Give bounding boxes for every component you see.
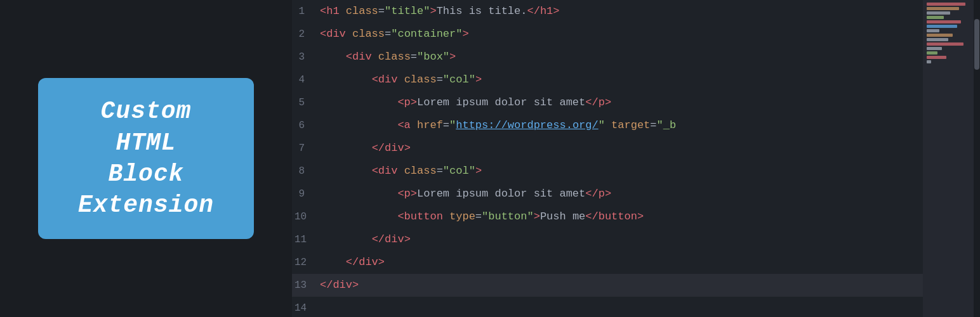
code-token-text: Push me	[540, 210, 585, 223]
scrollbar-thumb[interactable]	[974, 19, 979, 70]
line-number: 9	[295, 183, 320, 205]
code-token-text	[605, 119, 611, 131]
code-token-text: This is title.	[437, 5, 527, 17]
code-line: 10 <button type="button">Push me</button…	[292, 205, 923, 228]
code-token-tag: </div>	[372, 142, 411, 154]
line-number: 6	[295, 114, 320, 137]
code-token-val: "col"	[443, 165, 475, 177]
code-token-attr: target	[611, 119, 650, 131]
code-token-attr: class	[352, 28, 385, 40]
code-line: 7 </div>	[292, 137, 923, 160]
code-token-tag: >	[534, 210, 540, 223]
code-token-val: "button"	[482, 210, 534, 223]
line-number: 2	[295, 23, 320, 46]
line-content: <p>Lorem ipsum dolor sit amet</p>	[320, 91, 611, 114]
code-token-tag: <a	[397, 119, 417, 131]
minimap-row	[927, 56, 946, 59]
code-line: 12 </div>	[292, 251, 923, 274]
code-token-text: Lorem ipsum dolor sit amet	[417, 188, 585, 200]
code-token-tag: >	[449, 51, 456, 63]
code-token-attr: class	[404, 165, 437, 177]
minimap-row	[927, 47, 942, 50]
code-token-tag: >	[475, 165, 482, 177]
code-token-punct: =	[650, 119, 656, 131]
code-line: 2<div class="container">	[292, 23, 923, 46]
line-number: 7	[295, 137, 320, 160]
minimap-row	[927, 51, 937, 55]
code-token-val: "	[599, 119, 605, 131]
minimap-row	[927, 7, 959, 10]
code-token-tag: >	[430, 5, 436, 17]
line-content: <div class="col">	[320, 68, 482, 91]
code-token-indent	[320, 68, 372, 91]
minimap-row	[927, 11, 950, 15]
code-token-indent	[320, 114, 397, 137]
code-token-val: "container"	[391, 28, 462, 40]
code-token-tag: </p>	[585, 188, 611, 200]
code-token-val: "col"	[443, 74, 475, 86]
code-line: 11 </div>	[292, 228, 923, 251]
line-content: <div class="container">	[320, 23, 469, 46]
line-number: 8	[295, 160, 320, 183]
code-token-tag: <h1	[320, 5, 346, 17]
code-token-indent	[320, 205, 397, 228]
plugin-title: CustomHTMLBlockExtension	[58, 96, 234, 221]
code-token-tag: </div>	[346, 256, 385, 268]
code-token-tag: <p>	[397, 96, 417, 108]
minimap	[923, 0, 974, 317]
code-token-attr: type	[449, 210, 475, 223]
code-token-punct: =	[443, 119, 449, 131]
line-content: </div>	[320, 137, 411, 160]
line-content: <button type="button">Push me</button>	[320, 205, 644, 228]
code-token-tag: >	[475, 74, 482, 86]
code-line: 13</div>	[292, 274, 923, 297]
code-token-tag: </div>	[372, 233, 411, 245]
code-token-tag: <div	[372, 165, 404, 177]
line-content: <h1 class="title">This is title.</h1>	[320, 0, 560, 23]
code-token-val: "	[449, 119, 456, 131]
line-content: <a href="https://wordpress.org/" target=…	[320, 114, 676, 137]
line-number: 10	[295, 205, 320, 228]
code-token-val: "box"	[417, 51, 449, 63]
line-content: </div>	[320, 228, 411, 251]
code-token-tag: </h1>	[527, 5, 559, 17]
code-token-indent	[320, 160, 372, 183]
code-token-attr: href	[417, 119, 443, 131]
line-content: </div>	[320, 274, 359, 297]
code-token-indent	[320, 228, 372, 251]
code-area: 1<h1 class="title">This is title.</h1>2<…	[292, 0, 923, 317]
code-token-link: https://wordpress.org/	[456, 119, 598, 131]
code-token-punct: =	[378, 5, 385, 17]
code-token-val: "_b	[657, 119, 677, 131]
minimap-row	[927, 25, 957, 28]
code-token-tag: <button	[397, 210, 449, 223]
code-line: 9 <p>Lorem ipsum dolor sit amet</p>	[292, 183, 923, 205]
scrollbar[interactable]	[974, 0, 980, 317]
minimap-row	[927, 3, 965, 6]
code-token-tag: <div	[372, 74, 404, 86]
line-number: 4	[295, 68, 320, 91]
code-line: 6 <a href="https://wordpress.org/" targe…	[292, 114, 923, 137]
code-token-punct: =	[411, 51, 417, 63]
code-line: 8 <div class="col">	[292, 160, 923, 183]
code-token-attr: class	[378, 51, 411, 63]
minimap-row	[927, 60, 931, 63]
left-panel: CustomHTMLBlockExtension	[0, 0, 292, 317]
line-number: 5	[295, 91, 320, 114]
line-number: 12	[295, 251, 320, 274]
line-content: <p>Lorem ipsum dolor sit amet</p>	[320, 183, 611, 205]
code-line: 14	[292, 297, 923, 317]
code-token-tag: >	[462, 28, 468, 40]
code-token-indent	[320, 91, 397, 114]
line-number: 14	[295, 297, 320, 317]
code-editor-panel: 1<h1 class="title">This is title.</h1>2<…	[292, 0, 980, 317]
line-content: <div class="col">	[320, 160, 482, 183]
code-token-tag: <div	[320, 28, 352, 40]
line-number: 1	[295, 0, 320, 23]
code-token-punct: =	[437, 165, 443, 177]
code-line: 1<h1 class="title">This is title.</h1>	[292, 0, 923, 23]
line-number: 3	[295, 46, 320, 68]
code-token-tag: </p>	[585, 96, 611, 108]
code-token-indent	[320, 46, 346, 68]
code-line: 3 <div class="box">	[292, 46, 923, 68]
